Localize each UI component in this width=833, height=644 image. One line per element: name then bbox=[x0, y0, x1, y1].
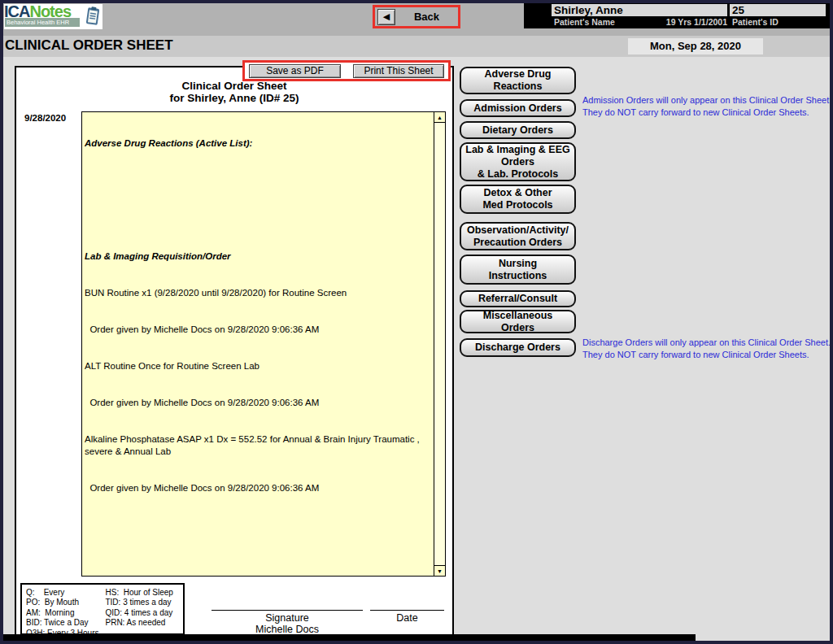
order-text-content: Adverse Drug Reactions (Active List): La… bbox=[85, 113, 432, 543]
sidebar-button-adverse-drug-reactions[interactable]: Adverse Drug Reactions bbox=[460, 67, 576, 94]
icanotes-logo: ICANotes Behavioral Health EHR bbox=[4, 4, 102, 29]
print-this-sheet-button[interactable]: Print This Sheet bbox=[353, 64, 444, 78]
patient-age-dob: 19 Yrs 1/1/2001 bbox=[643, 17, 727, 27]
signature-block: Signature Michelle Docs bbox=[212, 610, 363, 635]
order-line: Order given by Michelle Docs on 9/28/202… bbox=[85, 397, 432, 409]
save-as-pdf-button[interactable]: Save as PDF bbox=[249, 64, 341, 78]
order-entry-date: 9/28/2020 bbox=[24, 113, 66, 123]
scroll-down-icon[interactable]: ▼ bbox=[434, 565, 445, 576]
sidebar-button-miscellaneous-orders[interactable]: Miscellaneous Orders bbox=[460, 310, 576, 333]
order-line: Alkaline Phosphatase ASAP x1 Dx = 552.52… bbox=[85, 433, 432, 458]
order-line: Order given by Michelle Docs on 9/28/202… bbox=[85, 324, 432, 336]
main-area: Save as PDF Print This Sheet Clinical Or… bbox=[3, 57, 830, 641]
sidebar-button-lab-imaging-eeg-orders[interactable]: Lab & Imaging & EEG Orders & Lab. Protoc… bbox=[460, 142, 576, 181]
sheet-title-line1: Clinical Order Sheet bbox=[16, 80, 452, 92]
logo-tagline: Behavioral Health EHR bbox=[5, 18, 80, 27]
lab-section-header: Lab & Imaging Requisition/Order bbox=[85, 250, 432, 263]
current-date: Mon, Sep 28, 2020 bbox=[628, 38, 763, 54]
date-line bbox=[370, 610, 444, 611]
sidebar-button-referral-consult[interactable]: Referral/Consult bbox=[460, 290, 576, 307]
back-button[interactable]: ◀ bbox=[377, 9, 395, 25]
clinical-order-sheet-page: { "colors": { "accent_red": "#e8312a", "… bbox=[0, 0, 833, 644]
back-button-highlight: ◀ Back bbox=[373, 5, 460, 28]
order-line: BUN Routine x1 (9/28/2020 until 9/28/202… bbox=[85, 287, 432, 299]
adr-section-header: Adverse Drug Reactions (Active List): bbox=[85, 137, 432, 150]
bottom-black-bar bbox=[3, 634, 696, 641]
discharge-orders-note: Discharge Orders will only appear on thi… bbox=[582, 337, 833, 361]
abbreviation-legend: Q: Every PO: By Mouth AM: Morning BID: T… bbox=[20, 583, 185, 635]
patient-name-field: Shirley, Anne bbox=[552, 4, 727, 16]
sidebar-button-dietary-orders[interactable]: Dietary Orders bbox=[460, 121, 576, 139]
date-label: Date bbox=[370, 612, 444, 624]
title-bar: CLINICAL ORDER SHEET Mon, Sep 28, 2020 bbox=[3, 36, 830, 57]
sidebar-button-observation-activity-precaution[interactable]: Observation/Activity/ Precaution Orders bbox=[460, 222, 576, 250]
order-sheet-document: Clinical Order Sheet for Shirley, Anne (… bbox=[15, 66, 454, 637]
order-line: ALT Routine Once for Routine Screen Lab bbox=[85, 360, 432, 372]
signer-name: Michelle Docs bbox=[212, 624, 363, 635]
app-header: ICANotes Behavioral Health EHR ◀ Back Sh… bbox=[3, 3, 830, 36]
sidebar-button-detox-med-protocols[interactable]: Detox & Other Med Protocols bbox=[460, 185, 576, 214]
patient-info-strip: Shirley, Anne 25 Patient's Name 19 Yrs 1… bbox=[524, 3, 830, 28]
date-block: Date bbox=[370, 610, 444, 624]
print-toolbar-highlight: Save as PDF Print This Sheet bbox=[242, 60, 451, 81]
legend-column-2: HS: Hour of Sleep TID: 3 times a day QID… bbox=[105, 588, 172, 630]
sheet-title-line2: for Shirley, Anne (ID# 25) bbox=[16, 92, 452, 104]
legend-column-1: Q: Every PO: By Mouth AM: Morning BID: T… bbox=[26, 588, 98, 630]
sidebar-button-discharge-orders[interactable]: Discharge Orders bbox=[460, 338, 576, 357]
patient-id-label: Patient's ID bbox=[732, 17, 778, 27]
signature-line bbox=[212, 610, 363, 611]
order-text-field[interactable]: Adverse Drug Reactions (Active List): La… bbox=[81, 111, 446, 577]
page-title: CLINICAL ORDER SHEET bbox=[5, 37, 173, 54]
order-line: Order given by Michelle Docs on 9/28/202… bbox=[85, 482, 432, 494]
patient-name-label: Patient's Name bbox=[554, 17, 615, 27]
sidebar-button-admission-orders[interactable]: Admission Orders bbox=[460, 99, 576, 117]
order-box-scrollbar[interactable]: ▲ ▼ bbox=[434, 112, 445, 576]
back-button-label[interactable]: Back bbox=[395, 11, 458, 23]
signature-label: Signature bbox=[212, 612, 363, 624]
sidebar-button-nursing-instructions[interactable]: Nursing Instructions bbox=[460, 255, 576, 285]
scroll-up-icon[interactable]: ▲ bbox=[434, 112, 445, 123]
clipboard-icon bbox=[85, 7, 100, 29]
back-arrow-icon: ◀ bbox=[383, 11, 390, 22]
admission-orders-note: Admission Orders will only appear on thi… bbox=[582, 94, 833, 119]
lab-section: Lab & Imaging Requisition/Order BUN Rout… bbox=[85, 226, 432, 519]
patient-id-field: 25 bbox=[730, 4, 826, 16]
